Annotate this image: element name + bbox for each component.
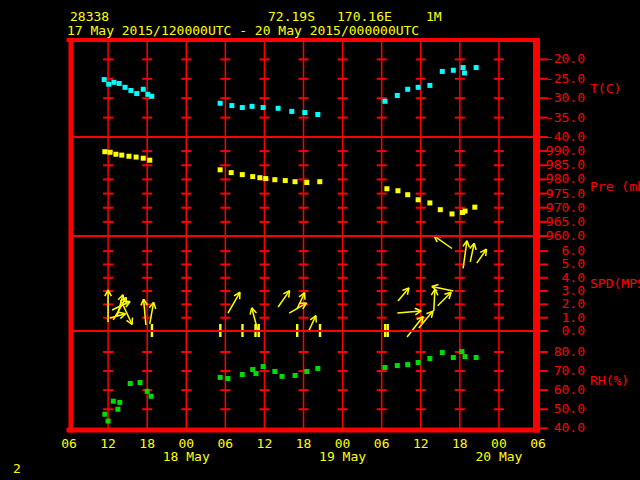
pressure-point [263,176,268,181]
temperature-point [416,85,421,90]
humidity-point [138,380,143,385]
wind-arrow-head [119,312,126,314]
temperature-point [102,77,107,82]
pressure-point [283,178,288,183]
pressure-tick-label: 980.0 [546,171,585,186]
temperature-point [229,103,234,108]
temperature-point [128,88,133,93]
pressure-tick-label: 990.0 [546,143,585,158]
pressure-point [438,207,443,212]
x-tick-label: 06 [218,436,234,451]
humidity-point [240,372,245,377]
temperature-point [117,81,122,86]
humidity-point [218,375,223,380]
temperature-point [440,69,445,74]
wind-arrow-head [289,291,290,298]
pressure-point [405,192,410,197]
pressure-point [229,170,234,175]
humidity-point [102,412,107,417]
pressure-tick-label: 965.0 [546,214,585,229]
temperature-tick-label: -20.0 [546,51,585,66]
pressure-tick-label: 985.0 [546,157,585,172]
pressure-point [450,211,455,216]
temperature-point [315,112,320,117]
humidity-point [463,354,468,359]
pressure-point [416,197,421,202]
pressure-point [427,200,432,205]
temperature-point [261,105,266,110]
humidity-point [293,373,298,378]
humidity-point [440,350,445,355]
x-tick-label: 12 [413,436,429,451]
temperature-point [250,104,255,109]
temperature-point [111,80,116,85]
humidity-tick-label: 50.0 [554,401,585,416]
temperature-point [405,87,410,92]
temperature-point [106,82,111,87]
x-tick-label: 18 [452,436,468,451]
pressure-tick-label: 960.0 [546,228,585,243]
wind-arrow-head [486,249,487,256]
temperature-point [141,87,146,92]
humidity-point [304,369,309,374]
wind-arrow-head [123,295,125,302]
pressure-point [113,152,118,157]
x-tick-label: 18 [139,436,155,451]
humidity-point [315,366,320,371]
wind-arrow-head [154,302,156,309]
humidity-tick-label: 70.0 [554,363,585,378]
temperature-point [240,105,245,110]
wind-arrow-head [467,241,469,248]
temperature-axis-title: T(C) [590,81,621,96]
humidity-point [128,381,133,386]
wind-arrow-head [250,308,252,315]
pressure-point [257,175,262,180]
temperature-point [474,65,479,70]
meteogram-plot: -20.0-25.0-30.0-35.0-40.0T(C)990.0985.09… [0,0,640,480]
humidity-axis-title: RH(%) [590,373,629,388]
humidity-point [280,374,285,379]
humidity-point [111,399,116,404]
temperature-point [395,93,400,98]
pressure-point [147,158,152,163]
humidity-point [115,407,120,412]
x-date-label: 20 May [475,449,522,464]
temperature-point [302,110,307,115]
temperature-tick-label: -30.0 [546,90,585,105]
humidity-point [272,369,277,374]
x-tick-label: 18 [296,436,312,451]
temperature-point [134,91,139,96]
temperature-point [461,65,466,70]
humidity-point [253,371,258,376]
x-date-label: 18 May [163,449,210,464]
pressure-point [126,154,131,159]
page-indicator: 2 [13,462,21,475]
pressure-point [134,155,139,160]
temperature-point [382,99,387,104]
humidity-point [106,419,111,424]
pressure-point [395,188,400,193]
wind-arrow-head [432,285,439,287]
pressure-point [304,180,309,185]
pressure-tick-label: 975.0 [546,186,585,201]
temperature-tick-label: -35.0 [546,110,585,125]
humidity-point [459,349,464,354]
pressure-point [293,179,298,184]
humidity-point [382,365,387,370]
pressure-point [240,172,245,177]
temperature-tick-label: -40.0 [546,129,585,144]
temperature-point [289,109,294,114]
pressure-point [472,205,477,210]
x-date-label: 19 May [319,449,366,464]
wind-tick-label: 0.0 [562,323,585,338]
temperature-tick-label: -25.0 [546,71,585,86]
x-tick-label: 06 [61,436,77,451]
humidity-point [117,400,122,405]
pressure-point [218,167,223,172]
humidity-point [145,389,150,394]
x-tick-label: 12 [100,436,116,451]
pressure-point [250,174,255,179]
humidity-point [261,364,266,369]
x-tick-label: 12 [257,436,273,451]
pressure-point [384,186,389,191]
